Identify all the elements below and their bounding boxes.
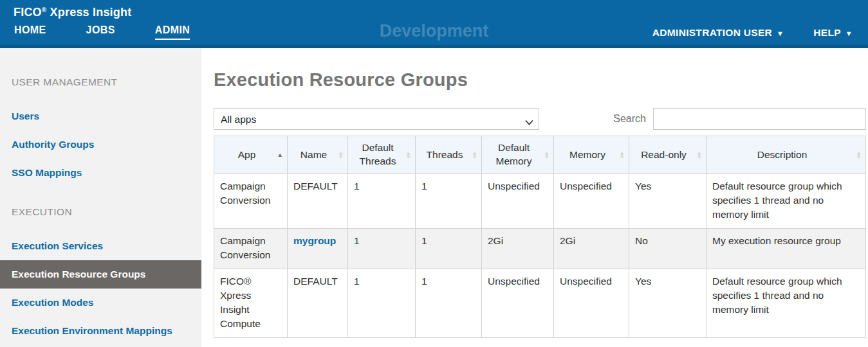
resource-group-link[interactable]: mygroup bbox=[293, 235, 336, 246]
cell-read-only: Yes bbox=[629, 174, 706, 229]
cell-description: Default resource group which specifies 1… bbox=[706, 174, 866, 229]
app-filter-select[interactable]: All apps bbox=[214, 108, 539, 130]
admin-sidebar: USER MANAGEMENT Users Authority Groups S… bbox=[0, 48, 201, 347]
cell-read-only: Yes bbox=[629, 269, 706, 338]
sort-asc-icon: ▲▼ bbox=[277, 153, 283, 157]
column-label: App bbox=[238, 149, 256, 160]
user-menu[interactable]: ADMINISTRATION USER ▼ bbox=[652, 27, 784, 39]
sort-icon: ▲▼ bbox=[544, 151, 549, 159]
cell-name: DEFAULT bbox=[288, 269, 348, 338]
cell-memory: Unspecified bbox=[554, 174, 629, 229]
sort-icon: ▲▼ bbox=[338, 151, 344, 159]
cell-default-memory: Unspecified bbox=[482, 174, 554, 229]
cell-threads: 1 bbox=[416, 269, 482, 338]
resource-groups-table: App▲▼ Name▲▼ Default Threads▲▼ Threads▲▼… bbox=[214, 136, 866, 338]
sidebar-item-execution-services[interactable]: Execution Services bbox=[0, 232, 201, 260]
cell-name: DEFAULT bbox=[288, 174, 348, 229]
cell-threads: 1 bbox=[416, 174, 482, 229]
sort-icon: ▲▼ bbox=[472, 151, 477, 159]
sidebar-heading-execution: EXECUTION bbox=[0, 202, 201, 222]
sort-icon: ▲▼ bbox=[697, 151, 702, 159]
table-row: Campaign Conversion DEFAULT 1 1 Unspecif… bbox=[214, 174, 866, 229]
cell-app: Campaign Conversion bbox=[214, 229, 288, 269]
column-header-app[interactable]: App▲▼ bbox=[214, 136, 288, 174]
sidebar-section-user-management: USER MANAGEMENT Users Authority Groups S… bbox=[0, 73, 201, 187]
cell-default-threads: 1 bbox=[348, 269, 416, 338]
column-header-name[interactable]: Name▲▼ bbox=[288, 136, 348, 174]
column-header-default-threads[interactable]: Default Threads▲▼ bbox=[348, 136, 416, 174]
search-label: Search bbox=[613, 113, 646, 125]
brand-title: FICO® Xpress Insight bbox=[14, 6, 131, 19]
page-title: Execution Resource Groups bbox=[214, 69, 866, 91]
cell-memory: Unspecified bbox=[554, 269, 629, 338]
chevron-down-icon: ▼ bbox=[777, 30, 784, 37]
sidebar-item-sso-mappings[interactable]: SSO Mappings bbox=[0, 159, 201, 187]
nav-jobs[interactable]: JOBS bbox=[86, 24, 115, 40]
cell-threads: 1 bbox=[416, 229, 482, 269]
column-header-threads[interactable]: Threads▲▼ bbox=[416, 136, 482, 174]
cell-app: FICO® Xpress Insight Compute bbox=[214, 269, 288, 338]
column-header-description[interactable]: Description▲▼ bbox=[706, 136, 866, 174]
cell-default-memory: Unspecified bbox=[482, 269, 554, 338]
sidebar-heading-user-management: USER MANAGEMENT bbox=[0, 73, 201, 92]
column-label: Memory bbox=[569, 149, 605, 160]
column-header-memory[interactable]: Memory▲▼ bbox=[554, 136, 629, 174]
column-label: Default Memory bbox=[496, 142, 532, 166]
column-label: Threads bbox=[427, 149, 463, 160]
column-label: Read-only bbox=[641, 149, 687, 160]
search-group: Search bbox=[613, 108, 866, 130]
cell-description: Default resource group which specifies 1… bbox=[706, 269, 866, 338]
header-menus: ADMINISTRATION USER ▼ HELP ▼ bbox=[652, 27, 853, 39]
cell-memory: 2Gi bbox=[554, 229, 629, 269]
cell-app: Campaign Conversion bbox=[214, 174, 288, 229]
sidebar-item-execution-environment-mappings[interactable]: Execution Environment Mappings bbox=[0, 317, 201, 345]
table-controls: All apps Search bbox=[214, 108, 866, 130]
sort-icon: ▲▼ bbox=[406, 151, 411, 159]
cell-default-threads: 1 bbox=[348, 174, 416, 229]
cell-read-only: No bbox=[629, 229, 706, 269]
nav-admin[interactable]: ADMIN bbox=[155, 24, 190, 40]
sort-icon: ▲▼ bbox=[856, 151, 862, 159]
help-menu-label: HELP bbox=[813, 27, 841, 39]
table-row: Campaign Conversion mygroup 1 1 2Gi 2Gi … bbox=[214, 229, 866, 269]
table-header-row: App▲▼ Name▲▼ Default Threads▲▼ Threads▲▼… bbox=[214, 136, 866, 174]
main-content: Execution Resource Groups All apps Searc… bbox=[201, 48, 868, 347]
cell-name: mygroup bbox=[288, 229, 348, 269]
app-filter-wrap: All apps bbox=[214, 108, 539, 130]
help-menu[interactable]: HELP ▼ bbox=[813, 27, 853, 39]
search-input[interactable] bbox=[653, 108, 866, 130]
column-header-read-only[interactable]: Read-only▲▼ bbox=[629, 136, 706, 174]
sidebar-item-authority-groups[interactable]: Authority Groups bbox=[0, 130, 201, 159]
cell-default-memory: 2Gi bbox=[482, 229, 554, 269]
chevron-down-icon: ▼ bbox=[845, 30, 853, 37]
sort-icon: ▲▼ bbox=[620, 151, 625, 159]
user-menu-label: ADMINISTRATION USER bbox=[652, 27, 772, 39]
nav-home[interactable]: HOME bbox=[14, 24, 46, 40]
cell-default-threads: 1 bbox=[348, 229, 416, 269]
sidebar-section-execution: EXECUTION Execution Services Execution R… bbox=[0, 202, 201, 345]
sidebar-item-users[interactable]: Users bbox=[0, 102, 201, 130]
sidebar-item-execution-modes[interactable]: Execution Modes bbox=[0, 289, 201, 317]
table-row: FICO® Xpress Insight Compute DEFAULT 1 1… bbox=[214, 269, 866, 338]
cell-description: My execution resource group bbox=[706, 229, 866, 269]
sidebar-item-execution-resource-groups[interactable]: Execution Resource Groups bbox=[0, 260, 201, 289]
primary-nav: HOME JOBS ADMIN bbox=[14, 24, 190, 40]
column-label: Description bbox=[757, 149, 808, 160]
column-label: Name bbox=[300, 149, 327, 160]
column-label: Default Threads bbox=[360, 142, 396, 166]
column-header-default-memory[interactable]: Default Memory▲▼ bbox=[482, 136, 554, 174]
app-header: FICO® Xpress Insight Development HOME JO… bbox=[0, 0, 868, 48]
